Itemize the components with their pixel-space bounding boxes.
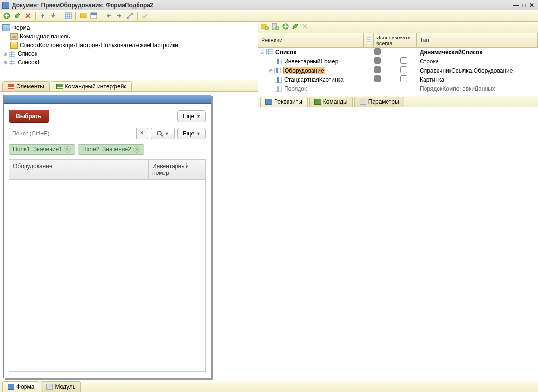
attributes-icon — [265, 99, 272, 105]
remove-filter-icon[interactable]: × — [64, 146, 71, 153]
checkbox[interactable] — [374, 75, 381, 82]
filter-chip[interactable]: Поле1: Значение1× — [9, 144, 75, 155]
left-tabstrip: Элементы Командный интерфейс — [0, 80, 258, 92]
search-button[interactable]: ▼ — [151, 128, 175, 139]
commandbar-icon: ooo — [10, 33, 18, 40]
expand-icon[interactable] — [125, 12, 134, 20]
grid-row[interactable]: ⊕Оборудование СправочникСсылка.Оборудова… — [258, 66, 538, 75]
select-button[interactable]: Выбрать — [9, 110, 49, 123]
tab-parameters[interactable]: Параметры — [354, 97, 404, 107]
movedown-icon[interactable] — [49, 12, 58, 20]
column-header[interactable]: Оборудование — [9, 160, 149, 179]
svg-rect-16 — [277, 59, 279, 64]
delete-icon[interactable] — [24, 12, 32, 20]
row-type: СправочникСсылка.Оборудование — [417, 67, 538, 74]
tab-elements[interactable]: Элементы — [2, 81, 50, 91]
tree-label: Список1 — [18, 59, 40, 66]
cmdif-icon — [56, 84, 63, 89]
delete-icon[interactable] — [301, 23, 308, 31]
preview-titlebar — [4, 95, 211, 104]
tab-commands[interactable]: Команды — [309, 97, 353, 107]
maximize-button[interactable]: □ — [520, 2, 528, 9]
grid-row[interactable]: Порядок ПорядокКомпоновкиДанных — [258, 84, 538, 93]
group-add-icon[interactable] — [261, 23, 269, 32]
add-icon[interactable] — [2, 12, 11, 20]
add-icon[interactable] — [282, 23, 289, 31]
commands-icon — [314, 99, 321, 105]
attributes-grid-header: Реквизит Использовать всегда Тип — [258, 33, 538, 48]
table-icon — [8, 50, 16, 57]
checkbox[interactable] — [400, 57, 407, 64]
undo-icon[interactable] — [104, 12, 113, 20]
tree-root[interactable]: Форма — [1, 24, 257, 32]
right-tabstrip: Реквизиты Команды Параметры — [258, 96, 538, 107]
tree-item[interactable]: ooo Командная панель — [1, 32, 257, 41]
search-icon — [156, 130, 163, 137]
search-input-group: × — [9, 128, 148, 139]
grid-row[interactable]: ИнвентарныйНомер Строка — [258, 57, 538, 66]
column-header[interactable]: Инвентарный номер — [149, 160, 205, 179]
tree-label: Командная панель — [20, 33, 70, 40]
check-icon[interactable] — [140, 12, 149, 20]
redo-icon[interactable] — [115, 12, 124, 20]
checkbox[interactable] — [400, 66, 407, 73]
column-add-icon[interactable] — [272, 23, 279, 32]
tree-item[interactable]: ⊕ Список — [1, 49, 257, 58]
checkbox[interactable] — [374, 48, 381, 55]
main-toolbar — [0, 10, 538, 22]
collapse-icon[interactable]: ⊖ — [259, 49, 265, 55]
chevron-down-icon: ▼ — [196, 114, 200, 119]
expand-icon[interactable]: ⊕ — [268, 68, 274, 73]
column-header[interactable]: Использовать всегда — [374, 33, 417, 47]
remove-filter-icon[interactable]: × — [133, 146, 140, 153]
more-button-2[interactable]: Еще▼ — [177, 128, 206, 139]
svg-rect-6 — [9, 60, 15, 65]
column-header-icon[interactable] — [364, 33, 374, 47]
tree-item[interactable]: ⊕ Список1 — [1, 58, 257, 67]
row-type: ДинамическийСписок — [420, 49, 482, 56]
tree-item[interactable]: СписокКомпоновщикНастроекПользовательски… — [1, 41, 257, 49]
table-body[interactable] — [9, 180, 205, 371]
row-type: ПорядокКомпоновкиДанных — [417, 86, 538, 92]
clear-search-button[interactable]: × — [137, 128, 148, 139]
expand-icon[interactable]: ⊕ — [2, 51, 8, 57]
right-panel: Реквизит Использовать всегда Тип ⊖Список… — [258, 22, 538, 381]
tab-attributes[interactable]: Реквизиты — [260, 97, 308, 107]
expand-icon[interactable]: ⊕ — [2, 60, 8, 65]
attributes-grid[interactable]: ⊖Список ДинамическийСписок ИнвентарныйНо… — [258, 48, 538, 96]
preview-table[interactable]: Оборудование Инвентарный номер — [9, 159, 206, 372]
panel1-icon[interactable] — [79, 12, 88, 20]
row-label: Порядок — [284, 86, 307, 92]
more-button[interactable]: Еще▼ — [177, 110, 206, 122]
table-icon — [266, 49, 274, 56]
elements-tree[interactable]: Форма ooo Командная панель СписокКомпоно… — [0, 22, 258, 80]
tab-label: Параметры — [368, 98, 399, 105]
checkbox[interactable] — [400, 75, 407, 82]
moveup-icon[interactable] — [38, 12, 47, 20]
row-label: Список — [275, 49, 296, 56]
edit-icon[interactable] — [13, 12, 22, 20]
search-input[interactable] — [9, 128, 137, 139]
column-header[interactable]: Тип — [417, 33, 538, 47]
edit-icon[interactable] — [292, 23, 299, 31]
grid-row[interactable]: СтандартнаяКартинка Картинка — [258, 75, 538, 84]
checkbox[interactable] — [374, 57, 381, 64]
tab-label: Элементы — [16, 83, 44, 90]
grid-row[interactable]: ⊖Список ДинамическийСписок — [258, 48, 538, 57]
svg-rect-14 — [266, 49, 273, 55]
minimize-button[interactable]: — — [513, 2, 520, 9]
button-label: Еще — [183, 130, 194, 137]
grid-icon[interactable] — [64, 12, 73, 20]
left-panel: Форма ooo Командная панель СписокКомпоно… — [0, 22, 258, 381]
svg-point-7 — [157, 131, 161, 135]
tab-form[interactable]: Форма — [2, 381, 39, 392]
panel2-icon[interactable] — [89, 12, 98, 20]
checkbox[interactable] — [374, 66, 381, 73]
table-icon — [367, 37, 370, 43]
column-header[interactable]: Реквизит — [258, 33, 364, 47]
tab-module[interactable]: Модуль — [41, 381, 81, 392]
form-preview: Выбрать Еще▼ × ▼ Еще▼ Поле1: Значение1× — [0, 92, 258, 381]
filter-chip[interactable]: Поле2: Значение2× — [78, 144, 144, 155]
tab-command-interface[interactable]: Командный интерфейс — [51, 81, 132, 91]
close-button[interactable]: ✕ — [528, 2, 536, 9]
